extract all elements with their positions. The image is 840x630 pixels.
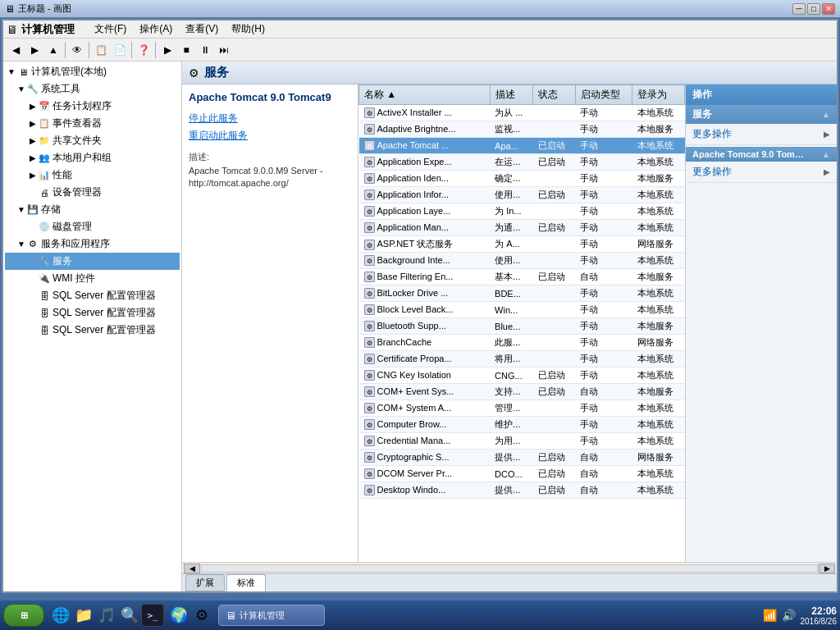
taskbar-folder-icon[interactable]: 📁 bbox=[72, 604, 95, 627]
table-row[interactable]: ⚙Bluetooth Supp...Blue...手动本地服务 bbox=[359, 318, 685, 335]
table-row[interactable]: ⚙Cryptographic S...提供...已启动自动网络服务 bbox=[359, 450, 685, 466]
wmi-label: WMI 控件 bbox=[52, 272, 95, 285]
table-row[interactable]: ⚙Block Level Back...Win...手动本地系统 bbox=[359, 302, 685, 318]
table-row[interactable]: ⚙Application Laye...为 In...手动本地系统 bbox=[359, 203, 685, 220]
taskbar-settings-icon[interactable]: ⚙ bbox=[190, 604, 213, 627]
col-login[interactable]: 登录为 bbox=[632, 85, 685, 105]
disk-label: 磁盘管理 bbox=[52, 220, 92, 234]
sidebar-item-sql2[interactable]: 🗄 SQL Server 配置管理器 bbox=[5, 304, 180, 322]
table-cell: 本地系统 bbox=[632, 203, 685, 220]
btn3[interactable]: 📋 bbox=[92, 41, 110, 59]
taskbar-net-icon[interactable]: 🌍 bbox=[167, 604, 190, 627]
ie-icon: 🌐 bbox=[52, 606, 70, 624]
play-button[interactable]: ▶ bbox=[158, 41, 176, 59]
table-row[interactable]: ⚙COM+ Event Sys...支持...已启动自动本地服务 bbox=[359, 384, 685, 400]
table-row[interactable]: ⚙Base Filtering En...基本...已启动自动本地服务 bbox=[359, 269, 685, 285]
table-row[interactable]: ⚙ASP.NET 状态服务为 A...手动网络服务 bbox=[359, 236, 685, 253]
show-button[interactable]: 👁 bbox=[68, 41, 86, 59]
table-row[interactable]: ⚙CNG Key IsolationCNG...已启动手动本地系统 bbox=[359, 368, 685, 384]
taskbar-ie-icon[interactable]: 🌐 bbox=[49, 604, 72, 627]
stop-button[interactable]: ■ bbox=[177, 41, 195, 59]
sidebar-item-users[interactable]: ▶ 👥 本地用户和组 bbox=[5, 149, 180, 167]
table-row[interactable]: ⚙Credential Mana...为用...手动本地系统 bbox=[359, 433, 685, 450]
tab-extended[interactable]: 扩展 bbox=[185, 574, 225, 591]
table-cell: 提供... bbox=[490, 450, 533, 466]
maximize-button[interactable]: □ bbox=[807, 3, 820, 15]
help-button[interactable]: ❓ bbox=[135, 41, 153, 59]
sidebar-item-disk[interactable]: 💿 磁盘管理 bbox=[5, 218, 180, 235]
taskbar-media-icon[interactable]: 🎵 bbox=[95, 604, 118, 627]
horizontal-scroll[interactable]: ◀ ▶ bbox=[182, 562, 837, 573]
sidebar-item-scheduler[interactable]: ▶ 📅 任务计划程序 bbox=[5, 98, 180, 115]
taskbar-cmd-icon[interactable]: >_ bbox=[141, 604, 164, 627]
menu-action[interactable]: 操作(A) bbox=[133, 21, 179, 38]
table-row[interactable]: ⚙Application Expe...在运...已启动手动本地系统 bbox=[359, 154, 685, 171]
sql1-label: SQL Server 配置管理器 bbox=[52, 289, 156, 303]
table-row[interactable]: ⚙Background Inte...使用...手动本地系统 bbox=[359, 253, 685, 269]
sidebar-item-sql3[interactable]: 🗄 SQL Server 配置管理器 bbox=[5, 322, 180, 339]
sidebar-group-storage[interactable]: ▼ 💾 存储 bbox=[5, 201, 180, 218]
up-button[interactable]: ▲ bbox=[44, 41, 62, 59]
menu-file[interactable]: 文件(F) bbox=[88, 21, 133, 38]
table-row[interactable]: ⚙DCOM Server Pr...DCO...已启动自动本地系统 bbox=[359, 466, 685, 482]
sidebar-group-services[interactable]: ▼ ⚙ 服务和应用程序 bbox=[5, 235, 180, 253]
minimize-button[interactable]: ─ bbox=[792, 3, 806, 15]
sql3-icon: 🗄 bbox=[38, 324, 51, 337]
more-actions-1[interactable]: 更多操作 ▶ bbox=[686, 124, 837, 145]
table-row[interactable]: ⚙COM+ System A...管理...手动本地系统 bbox=[359, 400, 685, 417]
table-row[interactable]: ⚙Application Man...为通...已启动手动本地系统 bbox=[359, 220, 685, 236]
svc-grp-icon: ⚙ bbox=[26, 238, 39, 251]
taskbar-app-item[interactable]: 🖥 计算机管理 bbox=[218, 605, 325, 626]
col-status[interactable]: 状态 bbox=[533, 85, 575, 105]
sidebar-item-devices[interactable]: 🖨 设备管理器 bbox=[5, 184, 180, 201]
start-button[interactable]: ⊞ bbox=[3, 604, 44, 627]
col-name[interactable]: 名称 ▲ bbox=[359, 85, 491, 105]
table-row[interactable]: ⚙Application Infor...使用...已启动手动本地系统 bbox=[359, 187, 685, 203]
sidebar-item-perf[interactable]: ▶ 📊 性能 bbox=[5, 167, 180, 184]
table-cell: 本地系统 bbox=[632, 154, 685, 171]
col-desc[interactable]: 描述 bbox=[490, 85, 533, 105]
forward-button[interactable]: ▶ bbox=[25, 41, 43, 59]
col-startup[interactable]: 启动类型 bbox=[575, 85, 632, 105]
table-row[interactable]: ⚙Application Iden...确定...手动本地服务 bbox=[359, 171, 685, 187]
table-row[interactable]: ⚙Certificate Propa...将用...手动本地系统 bbox=[359, 351, 685, 368]
table-cell: 此服... bbox=[490, 335, 533, 351]
sidebar-item-services[interactable]: 🔧 服务 bbox=[5, 253, 180, 270]
sql1-icon: 🗄 bbox=[38, 290, 51, 303]
sidebar-root[interactable]: ▼ 🖥 计算机管理(本地) bbox=[5, 63, 180, 80]
sidebar-item-shared[interactable]: ▶ 📁 共享文件夹 bbox=[5, 132, 180, 149]
table-row[interactable]: ⚙Adaptive Brightne...监视...手动本地服务 bbox=[359, 121, 685, 138]
taskbar-search-icon[interactable]: 🔍 bbox=[118, 604, 141, 627]
table-row[interactable]: ⚙ActiveX Installer ...为从 ...手动本地系统 bbox=[359, 105, 685, 121]
table-cell: 使用... bbox=[490, 253, 533, 269]
menu-view[interactable]: 查看(V) bbox=[179, 21, 225, 38]
clock-date: 2016/8/26 bbox=[801, 617, 838, 626]
pause-button[interactable]: ⏸ bbox=[196, 41, 214, 59]
table-cell bbox=[533, 105, 575, 121]
actions-service-section: Apache Tomcat 9.0 Tomc... ▲ bbox=[686, 147, 837, 162]
table-row[interactable]: ⚙Apache Tomcat ...Apa...已启动手动本地系统 bbox=[359, 138, 685, 154]
table-row[interactable]: ⚙Desktop Windo...提供...已启动自动本地系统 bbox=[359, 482, 685, 499]
more-actions-2[interactable]: 更多操作 ▶ bbox=[686, 162, 837, 183]
table-row[interactable]: ⚙BitLocker Drive ...BDE...手动本地系统 bbox=[359, 285, 685, 302]
restart-service-link[interactable]: 重启动此服务 bbox=[189, 129, 351, 143]
sidebar-item-wmi[interactable]: 🔌 WMI 控件 bbox=[5, 270, 180, 287]
table-cell bbox=[533, 253, 575, 269]
btn4[interactable]: 📄 bbox=[111, 41, 129, 59]
close-button[interactable]: ✕ bbox=[822, 3, 835, 15]
menu-help[interactable]: 帮助(H) bbox=[225, 21, 272, 38]
back-button[interactable]: ◀ bbox=[7, 41, 25, 59]
stop-service-link[interactable]: 停止此服务 bbox=[189, 112, 351, 126]
service-row-icon: ⚙ bbox=[364, 468, 375, 479]
tab-standard[interactable]: 标准 bbox=[226, 574, 266, 591]
table-cell: 手动 bbox=[575, 318, 632, 335]
sidebar-item-events[interactable]: ▶ 📋 事件查看器 bbox=[5, 115, 180, 132]
table-cell: ⚙Application Expe... bbox=[359, 154, 491, 171]
table-row[interactable]: ⚙Computer Brow...维护...手动本地系统 bbox=[359, 417, 685, 433]
sidebar-item-sql1[interactable]: 🗄 SQL Server 配置管理器 bbox=[5, 287, 180, 304]
table-cell: Blue... bbox=[490, 318, 533, 335]
table-row[interactable]: ⚙BranchCache此服...手动网络服务 bbox=[359, 335, 685, 351]
table-cell: 手动 bbox=[575, 203, 632, 220]
skip-button[interactable]: ⏭ bbox=[215, 41, 233, 59]
sidebar-group-system[interactable]: ▼ 🔧 系统工具 bbox=[5, 80, 180, 98]
